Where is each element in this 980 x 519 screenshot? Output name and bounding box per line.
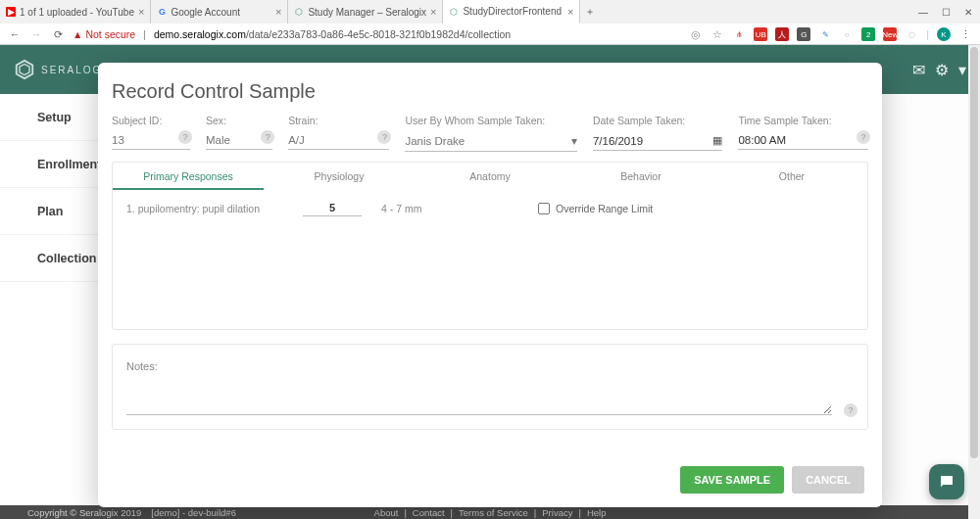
field-date[interactable]: Date Sample Taken: 7/16/2019▦	[593, 115, 723, 152]
tab-label: Other	[779, 170, 805, 182]
chevron-down-icon: ▾	[571, 134, 577, 148]
date-input[interactable]: 7/16/2019▦	[593, 134, 723, 151]
response-range: 4 - 7 mm	[381, 203, 440, 214]
tab-label: Primary Responses	[143, 170, 233, 182]
tab-behavior[interactable]: Behavior	[565, 163, 716, 190]
tab-physiology[interactable]: Physiology	[264, 163, 415, 190]
response-row: 1. pupilomentry: pupil dilation 4 - 7 mm…	[113, 190, 867, 226]
field-label: Strain:	[288, 115, 389, 126]
help-icon[interactable]: ?	[857, 130, 870, 144]
response-value-input[interactable]	[303, 200, 362, 216]
response-tabs: Primary Responses Physiology Anatomy Beh…	[113, 163, 867, 190]
user-select-value: Janis Drake	[405, 135, 465, 147]
record-sample-modal: Record Control Sample Subject ID: 13 ? S…	[98, 63, 882, 507]
notes-textarea[interactable]	[126, 392, 832, 415]
date-value: 7/16/2019	[593, 135, 643, 147]
calendar-icon[interactable]: ▦	[712, 134, 722, 147]
time-value: 08:00 AM	[738, 134, 786, 146]
tab-label: Physiology	[315, 170, 365, 182]
checkbox-icon	[538, 203, 550, 214]
sample-fields: Subject ID: 13 ? Sex: Male ? Strain: A/J…	[108, 115, 872, 156]
field-strain: Strain: A/J ?	[288, 115, 389, 152]
modal-actions: SAVE SAMPLE CANCEL	[108, 452, 872, 494]
responses-panel: Primary Responses Physiology Anatomy Beh…	[112, 162, 868, 330]
help-icon[interactable]: ?	[844, 403, 858, 417]
notes-panel: Notes: ?	[112, 344, 868, 430]
modal-title: Record Control Sample	[112, 80, 872, 103]
tab-label: Anatomy	[469, 170, 510, 182]
field-label: Sex:	[206, 115, 272, 126]
override-checkbox[interactable]: Override Range Limit	[538, 203, 653, 214]
field-label: Time Sample Taken:	[738, 115, 868, 126]
save-sample-button[interactable]: SAVE SAMPLE	[680, 466, 784, 494]
user-select[interactable]: Janis Drake▾	[405, 134, 576, 152]
field-sex: Sex: Male ?	[206, 115, 272, 152]
response-label: 1. pupilomentry: pupil dilation	[126, 203, 283, 214]
field-value: A/J	[288, 134, 389, 150]
tab-anatomy[interactable]: Anatomy	[415, 163, 565, 190]
tab-other[interactable]: Other	[716, 163, 867, 190]
field-time[interactable]: Time Sample Taken: 08:00 AM ?	[738, 115, 868, 152]
field-subject-id: Subject ID: 13 ?	[112, 115, 190, 152]
cancel-button[interactable]: CANCEL	[792, 466, 864, 494]
field-label: Subject ID:	[112, 115, 190, 126]
override-label: Override Range Limit	[556, 203, 653, 214]
field-label: User By Whom Sample Taken:	[405, 115, 576, 126]
tab-primary-responses[interactable]: Primary Responses	[113, 163, 264, 190]
help-icon[interactable]: ?	[178, 130, 192, 144]
notes-label: Notes:	[126, 360, 158, 372]
field-label: Date Sample Taken:	[593, 115, 723, 126]
time-input[interactable]: 08:00 AM	[738, 134, 868, 150]
tab-label: Behavior	[620, 170, 661, 182]
field-user[interactable]: User By Whom Sample Taken: Janis Drake▾	[405, 115, 576, 152]
